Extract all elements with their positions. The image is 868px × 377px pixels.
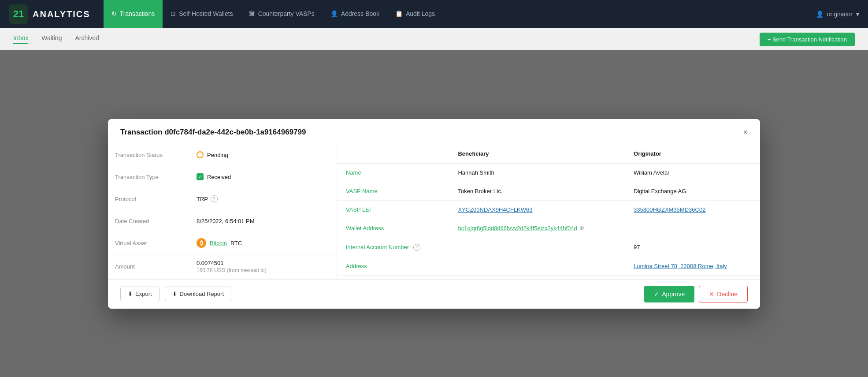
table-row: Wallet Address bc1qjqr8g5ldd8d66fvvv2d2k… bbox=[337, 219, 760, 238]
table-row: Name Hannah Smith William Avelar bbox=[337, 163, 760, 182]
bitcoin-ticker: BTC bbox=[230, 240, 242, 246]
originator-vasp-name: Digital Exchange AG bbox=[625, 182, 760, 200]
tab-archived[interactable]: Archived bbox=[75, 34, 99, 44]
tab-inbox[interactable]: Inbox bbox=[13, 34, 28, 44]
value-transaction-status: Pending bbox=[189, 146, 337, 164]
close-button[interactable]: × bbox=[743, 128, 748, 136]
user-menu[interactable]: 👤 originator ▾ bbox=[816, 11, 859, 18]
download-report-button[interactable]: ⬇ Download Report bbox=[165, 287, 231, 301]
wallet-address-link[interactable]: bc1qjqr8g5ldd8d66fvvv2d2k4f5ejzx2yk44hf0… bbox=[458, 225, 577, 231]
nav-label-transactions: Transactions bbox=[120, 10, 155, 17]
amount-sub: 160.78 USD (from messari.io) bbox=[197, 267, 267, 273]
nav-item-counterparty[interactable]: 🏛 Counterparty VASPs bbox=[241, 0, 323, 28]
nav-item-audit-logs[interactable]: 📋 Audit Logs bbox=[387, 0, 443, 28]
value-transaction-type: ✓ Received bbox=[189, 168, 337, 186]
tab-waiting[interactable]: Waiting bbox=[41, 34, 62, 44]
nav-label-self-hosted: Self-Hosted Wallets bbox=[179, 10, 233, 17]
beneficiary-vasp-lei: XYCZ00NDAX9H4CFLKW63 bbox=[449, 200, 625, 219]
label-protocol: Protocol bbox=[108, 190, 189, 208]
nav-items: ↻ Transactions ⊡ Self-Hosted Wallets 🏛 C… bbox=[104, 0, 816, 28]
value-protocol: TRP ? bbox=[189, 190, 337, 208]
footer-right: ✓ Approve ✕ Decline bbox=[644, 286, 748, 302]
value-virtual-asset: ₿ Bitcoin BTC bbox=[189, 233, 337, 253]
info-row-status: Transaction Status Pending bbox=[108, 144, 337, 166]
beneficiary-lei-link[interactable]: XYCZ00NDAX9H4CFLKW63 bbox=[458, 206, 532, 213]
internal-account-info-icon[interactable]: ? bbox=[413, 244, 420, 251]
tabs-bar: Inbox Waiting Archived + Send Transactio… bbox=[0, 28, 868, 50]
type-text: Received bbox=[207, 174, 231, 180]
originator-name: William Avelar bbox=[625, 163, 760, 182]
protocol-text: TRP bbox=[197, 196, 208, 202]
field-address: Address bbox=[337, 257, 449, 276]
originator-address-link[interactable]: Lumina Street 78, 22008 Rome, Italy bbox=[634, 263, 727, 269]
chevron-down-icon: ▾ bbox=[856, 11, 859, 18]
value-date-created: 8/25/2022, 6:54:01 PM bbox=[189, 213, 337, 230]
protocol-info-icon[interactable]: ? bbox=[211, 195, 218, 202]
nav-item-address-book[interactable]: 👤 Address Book bbox=[323, 0, 387, 28]
date-text: 8/25/2022, 6:54:01 PM bbox=[197, 218, 255, 224]
label-amount: Amount bbox=[108, 258, 189, 275]
tabs-left: Inbox Waiting Archived bbox=[13, 34, 99, 44]
right-panel: Beneficiary Originator Name Hannah Smith… bbox=[337, 144, 760, 279]
label-transaction-status: Transaction Status bbox=[108, 146, 189, 164]
counterparty-icon: 🏛 bbox=[249, 10, 255, 17]
info-row-virtual-asset: Virtual Asset ₿ Bitcoin BTC bbox=[108, 232, 337, 254]
info-row-date: Date Created 8/25/2022, 6:54:01 PM bbox=[108, 210, 337, 232]
info-row-type: Transaction Type ✓ Received bbox=[108, 166, 337, 188]
self-hosted-icon: ⊡ bbox=[171, 10, 176, 17]
received-icon: ✓ bbox=[197, 173, 204, 180]
col-header-originator: Originator bbox=[625, 144, 760, 164]
nav-item-self-hosted[interactable]: ⊡ Self-Hosted Wallets bbox=[163, 0, 241, 28]
pending-icon bbox=[197, 151, 204, 158]
originator-wallet bbox=[625, 219, 760, 238]
beneficiary-vasp-name: Token Broker Ltc. bbox=[449, 182, 625, 200]
nav-item-transactions[interactable]: ↻ Transactions bbox=[104, 0, 163, 28]
col-header-field bbox=[337, 144, 449, 164]
audit-logs-icon: 📋 bbox=[395, 10, 403, 17]
parties-table: Beneficiary Originator Name Hannah Smith… bbox=[337, 144, 760, 276]
originator-vasp-lei: 335800HGZXM35MD36C02 bbox=[625, 200, 760, 219]
field-name: Name bbox=[337, 163, 449, 182]
originator-address: Lumina Street 78, 22008 Rome, Italy bbox=[625, 257, 760, 276]
modal-title: Transaction d0fc784f-da2e-442c-be0b-1a91… bbox=[120, 128, 306, 137]
export-button[interactable]: ⬇ Export bbox=[120, 287, 160, 301]
checkmark-icon: ✓ bbox=[654, 291, 659, 298]
approve-button[interactable]: ✓ Approve bbox=[644, 286, 694, 302]
protocol-row: TRP ? bbox=[197, 195, 218, 202]
table-row: Internal Account Number ? 97 bbox=[337, 238, 760, 257]
bitcoin-link[interactable]: Bitcoin bbox=[210, 240, 227, 246]
beneficiary-wallet: bc1qjqr8g5ldd8d66fvvv2d2k4f5ejzx2yk44hf0… bbox=[449, 219, 625, 238]
field-wallet-address: Wallet Address bbox=[337, 219, 449, 238]
transaction-modal: Transaction d0fc784f-da2e-442c-be0b-1a91… bbox=[108, 119, 760, 309]
originator-internal-account: 97 bbox=[625, 238, 760, 257]
left-panel: Transaction Status Pending Transaction T… bbox=[108, 144, 337, 279]
nav-label-counterparty: Counterparty VASPs bbox=[258, 10, 315, 17]
originator-lei-link[interactable]: 335800HGZXM35MD36C02 bbox=[634, 206, 705, 213]
send-transaction-button[interactable]: + Send Transaction Notification bbox=[760, 33, 855, 46]
beneficiary-name: Hannah Smith bbox=[449, 163, 625, 182]
user-icon: 👤 bbox=[816, 11, 823, 18]
decline-button[interactable]: ✕ Decline bbox=[699, 286, 748, 302]
content-area: Transaction d0fc784f-da2e-442c-be0b-1a91… bbox=[0, 50, 868, 377]
address-book-icon: 👤 bbox=[330, 10, 338, 17]
footer-left: ⬇ Export ⬇ Download Report bbox=[120, 287, 231, 301]
download-icon: ⬇ bbox=[172, 291, 177, 297]
label-date-created: Date Created bbox=[108, 213, 189, 230]
table-header-row: Beneficiary Originator bbox=[337, 144, 760, 164]
label-virtual-asset: Virtual Asset bbox=[108, 235, 189, 252]
label-transaction-type: Transaction Type bbox=[108, 168, 189, 186]
modal-header: Transaction d0fc784f-da2e-442c-be0b-1a91… bbox=[108, 119, 760, 144]
copy-icon[interactable]: ⧉ bbox=[580, 225, 584, 232]
username: originator bbox=[827, 11, 853, 18]
col-header-beneficiary: Beneficiary bbox=[449, 144, 625, 164]
info-row-amount: Amount 0.0074501 160.78 USD (from messar… bbox=[108, 254, 337, 279]
table-row: Address Lumina Street 78, 22008 Rome, It… bbox=[337, 257, 760, 276]
field-vasp-lei: VASP LEI bbox=[337, 200, 449, 219]
nav-label-address-book: Address Book bbox=[341, 10, 379, 17]
approve-label: Approve bbox=[662, 291, 685, 298]
export-label: Export bbox=[135, 291, 152, 297]
field-internal-account: Internal Account Number ? bbox=[337, 238, 449, 257]
table-row: VASP Name Token Broker Ltc. Digital Exch… bbox=[337, 182, 760, 200]
beneficiary-internal-account bbox=[449, 238, 625, 257]
amount-value: 0.0074501 bbox=[197, 260, 223, 266]
